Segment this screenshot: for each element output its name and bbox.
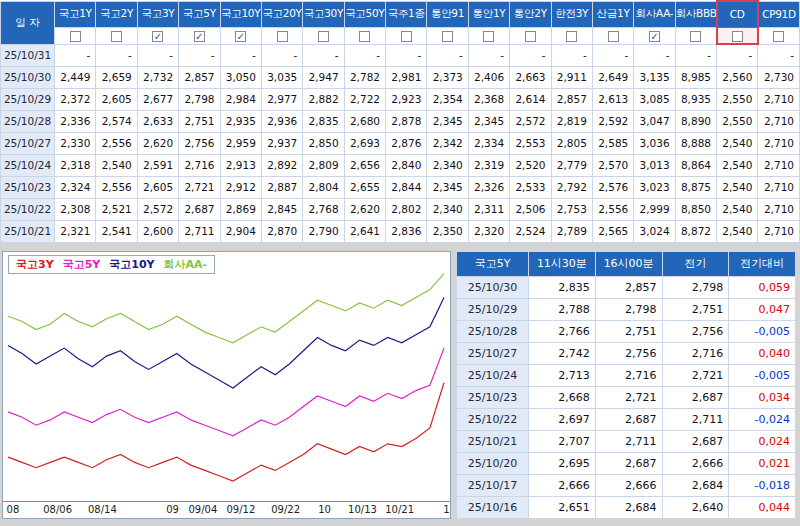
column-checkbox[interactable]: ✓: [152, 31, 163, 42]
column-header[interactable]: 회사AA-: [634, 1, 675, 27]
column-checkbox[interactable]: ✓: [194, 31, 205, 42]
rate-cell: 2,878: [386, 110, 427, 132]
detail-value-cell: 2,721: [662, 364, 729, 386]
legend-item: 회사AA-: [164, 257, 208, 272]
rate-cell: 2,345: [427, 176, 468, 198]
column-header[interactable]: CD: [717, 1, 758, 27]
rate-cell: 2,857: [551, 88, 592, 110]
rate-cell: 2,912: [220, 176, 261, 198]
column-checkbox[interactable]: [70, 31, 81, 42]
column-header[interactable]: 산금1Y: [592, 1, 633, 27]
column-header[interactable]: 국고2Y: [96, 1, 137, 27]
column-header[interactable]: 국고20Y: [261, 1, 302, 27]
rate-cell: 2,947: [303, 66, 344, 88]
row-date-cell: 25/10/22: [1, 198, 55, 220]
column-checkbox[interactable]: ✓: [235, 31, 246, 42]
rate-cell: 2,600: [137, 220, 178, 242]
checkbox-cell: ✓: [137, 27, 178, 44]
bottom-panels: 국고3Y국고5Y국고10Y회사AA- 0808/0608/140909/0409…: [0, 251, 800, 519]
detail-column-header[interactable]: 전기대비: [729, 251, 796, 276]
rate-cell: 2,751: [179, 110, 220, 132]
column-checkbox[interactable]: [318, 31, 329, 42]
x-axis-label: 08: [7, 504, 20, 515]
column-header[interactable]: 통안2Y: [510, 1, 551, 27]
date-column-header[interactable]: 일 자: [1, 1, 55, 44]
column-header[interactable]: 통안1Y: [468, 1, 509, 27]
detail-column-header[interactable]: 국고5Y: [457, 251, 529, 276]
rate-cell: 2,782: [344, 66, 385, 88]
column-checkbox[interactable]: [732, 31, 743, 42]
detail-value-cell: 2,684: [662, 474, 729, 496]
column-checkbox[interactable]: ✓: [649, 31, 660, 42]
checkbox-cell: ✓: [179, 27, 220, 44]
detail-column-header[interactable]: 전기: [662, 251, 729, 276]
detail-value-cell: 2,788: [529, 298, 596, 320]
column-header[interactable]: 국고50Y: [344, 1, 385, 27]
column-checkbox[interactable]: [566, 31, 577, 42]
table-row: 25/10/232,3242,5562,6052,7212,9122,8872,…: [1, 176, 800, 198]
detail-date-cell: 25/10/29: [457, 298, 529, 320]
column-checkbox[interactable]: [442, 31, 453, 42]
rate-cell: 2,524: [510, 220, 551, 242]
detail-value-cell: 2,798: [662, 276, 729, 298]
rate-cell: 2,319: [468, 154, 509, 176]
column-checkbox[interactable]: [277, 31, 288, 42]
change-cell: 0,059: [729, 276, 796, 298]
x-axis-label: 09: [166, 504, 179, 515]
rate-cell: -: [220, 44, 261, 66]
column-header[interactable]: CP91D: [758, 1, 800, 27]
rate-cell: 2,521: [96, 198, 137, 220]
column-header[interactable]: 국고3Y: [137, 1, 178, 27]
rate-cell: 2,937: [261, 132, 302, 154]
column-checkbox[interactable]: [773, 31, 784, 42]
detail-value-cell: 2,687: [662, 386, 729, 408]
detail-value-cell: 2,707: [529, 430, 596, 452]
rate-cell: 2,753: [551, 198, 592, 220]
column-checkbox[interactable]: [608, 31, 619, 42]
column-header[interactable]: 국주1종: [386, 1, 427, 27]
detail-row: 25/10/172,6662,6662,684-0,018: [457, 474, 796, 496]
column-header[interactable]: 회사BBB-: [675, 1, 716, 27]
column-checkbox[interactable]: [111, 31, 122, 42]
column-checkbox[interactable]: [525, 31, 536, 42]
legend-item: 국고5Y: [63, 257, 101, 272]
rate-cell: -: [634, 44, 675, 66]
rate-cell: 2,550: [717, 88, 758, 110]
column-header[interactable]: 국고10Y: [220, 1, 261, 27]
rate-cell: 2,540: [717, 154, 758, 176]
column-checkbox[interactable]: [401, 31, 412, 42]
column-header[interactable]: 한전3Y: [551, 1, 592, 27]
detail-row: 25/10/272,7422,7562,7160,040: [457, 342, 796, 364]
column-header[interactable]: 통안91: [427, 1, 468, 27]
rate-cell: 8,888: [675, 132, 716, 154]
column-checkbox[interactable]: [359, 31, 370, 42]
detail-value-cell: 2,756: [662, 320, 729, 342]
rate-cell: -: [386, 44, 427, 66]
rate-cell: 2,620: [137, 132, 178, 154]
rate-cell: 8,890: [675, 110, 716, 132]
detail-value-cell: 2,711: [595, 430, 662, 452]
rate-cell: 2,321: [55, 220, 96, 242]
detail-row: 25/10/212,7072,7112,6870,024: [457, 430, 796, 452]
rate-cell: 2,592: [592, 110, 633, 132]
rate-cell: 8,850: [675, 198, 716, 220]
x-axis-label: 1: [443, 504, 449, 515]
column-checkbox[interactable]: [483, 31, 494, 42]
rate-cell: 8,935: [675, 88, 716, 110]
column-checkbox[interactable]: [690, 31, 701, 42]
rate-cell: 2,844: [386, 176, 427, 198]
detail-column-header[interactable]: 16시00분: [595, 251, 662, 276]
detail-column-header[interactable]: 11시30분: [529, 251, 596, 276]
rate-cell: 2,373: [427, 66, 468, 88]
checkbox-cell: [592, 27, 633, 44]
rate-cell: 3,013: [634, 154, 675, 176]
rate-cell: 2,506: [510, 198, 551, 220]
column-header[interactable]: 국고1Y: [55, 1, 96, 27]
rate-cell: 2,655: [344, 176, 385, 198]
rate-cell: 2,710: [758, 220, 800, 242]
column-header[interactable]: 국고30Y: [303, 1, 344, 27]
rate-cell: 2,768: [303, 198, 344, 220]
checkbox-cell: [675, 27, 716, 44]
column-header[interactable]: 국고5Y: [179, 1, 220, 27]
rate-cell: 2,449: [55, 66, 96, 88]
